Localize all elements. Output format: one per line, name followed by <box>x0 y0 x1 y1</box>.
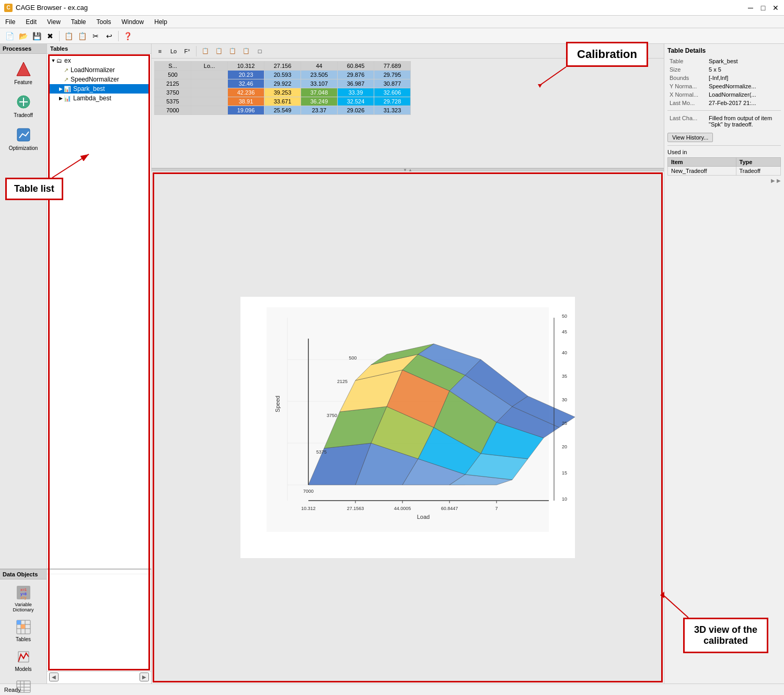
svg-text:Speed: Speed <box>274 396 281 412</box>
row-2125[interactable]: 2125 <box>155 79 191 88</box>
cut-button[interactable]: ✂ <box>89 30 102 42</box>
cell-500-2[interactable]: 20.593 <box>264 71 301 79</box>
menu-view[interactable]: View <box>45 17 63 27</box>
maximize-button[interactable]: □ <box>759 4 767 12</box>
cell-5375-2[interactable]: 33.671 <box>264 97 301 106</box>
normalizer-icon: ↗ <box>64 67 68 74</box>
cell-3750-1[interactable]: 42.236 <box>228 88 264 97</box>
tbl-btn-8[interactable]: □ <box>253 45 266 57</box>
cell-7000-4[interactable]: 29.026 <box>338 106 374 115</box>
undo-button[interactable]: ↩ <box>103 30 116 42</box>
svg-text:30: 30 <box>562 397 567 402</box>
tree-item-ex[interactable]: ▼ 🗂 ex <box>49 56 149 65</box>
tree-item-speednorm[interactable]: ↗ SpeedNormalizer <box>49 75 149 84</box>
cell-2125-5[interactable]: 30.877 <box>374 79 411 88</box>
cell-5375-1[interactable]: 38.91 <box>228 97 264 106</box>
expand-sparkbest[interactable]: ▶ <box>57 86 64 91</box>
svg-text:40: 40 <box>562 350 567 355</box>
svg-text:2125: 2125 <box>337 379 348 384</box>
detail-value-table: Spark_best <box>707 57 781 65</box>
row-5375[interactable]: 5375 <box>155 97 191 106</box>
cell-5375-5[interactable]: 29.728 <box>374 97 411 106</box>
tree-item-lambdabest[interactable]: ▶ 📊 Lambda_best <box>49 94 149 103</box>
row-7000-load <box>191 106 228 115</box>
row-3750[interactable]: 3750 <box>155 88 191 97</box>
expand-ex[interactable]: ▼ <box>50 58 56 63</box>
menu-file[interactable]: File <box>3 17 17 27</box>
menu-tools[interactable]: Tools <box>95 17 113 27</box>
splitter[interactable]: ▼ ▲ <box>152 168 664 171</box>
close-button[interactable]: ✕ <box>771 4 780 12</box>
row-500[interactable]: 500 <box>155 71 191 79</box>
paste-button[interactable]: 📋 <box>76 30 88 42</box>
tbl-btn-2[interactable]: Lo <box>167 45 180 57</box>
cell-500-5[interactable]: 29.795 <box>374 71 411 79</box>
detail-label-lastmod: Last Mo... <box>667 99 707 107</box>
cell-7000-3[interactable]: 23.37 <box>301 106 338 115</box>
new-button[interactable]: 📄 <box>3 30 16 42</box>
data-obj-tables[interactable]: Tables <box>3 617 44 644</box>
models-label: Models <box>15 666 31 672</box>
right-panel: Table Details Table Spark_best Size 5 x … <box>664 44 784 684</box>
cell-7000-1[interactable]: 19.096 <box>228 106 264 115</box>
tbl-btn-3[interactable]: F° <box>181 45 193 57</box>
view-history-button[interactable]: View History... <box>667 133 713 142</box>
bottom-panel: Data Objects x=1 y=8 z=y Variable Dictio… <box>0 569 152 684</box>
cell-5375-3[interactable]: 36.249 <box>301 97 338 106</box>
col-header-5: 77.689 <box>374 62 411 71</box>
tbl-btn-1[interactable]: ≡ <box>154 45 166 57</box>
cell-3750-3[interactable]: 37.048 <box>301 88 338 97</box>
data-obj-vardict[interactable]: x=1 y=8 z=y Variable Dictionary <box>3 582 44 615</box>
svg-text:20: 20 <box>562 444 567 449</box>
bottom-tree-hint <box>47 570 151 574</box>
sidebar-item-tradeoff[interactable]: Tradeoff <box>3 89 44 121</box>
tbl-btn-7[interactable]: 📋 <box>240 45 252 57</box>
tree-item-sparkbest[interactable]: ▶ 📊 Spark_best <box>49 84 149 94</box>
last-change-table: Last Cha... Filled from output of item "… <box>667 114 781 129</box>
tbl-btn-4[interactable]: 📋 <box>199 45 212 57</box>
cell-2125-2[interactable]: 29.922 <box>264 79 301 88</box>
col-header-1: 10.312 <box>228 62 264 71</box>
svg-text:3750: 3750 <box>327 413 337 418</box>
menu-edit[interactable]: Edit <box>24 17 39 27</box>
tbl-btn-5[interactable]: 📋 <box>213 45 225 57</box>
save-button[interactable]: 💾 <box>30 30 43 42</box>
cell-3750-2[interactable]: 39.253 <box>264 88 301 97</box>
sidebar-item-optimization[interactable]: Optimization <box>3 122 44 154</box>
data-obj-datasets[interactable]: Data Sets <box>3 676 44 695</box>
copy-button[interactable]: 📋 <box>62 30 75 42</box>
table-row: 500 20.23 20.593 23.505 29.876 29.795 <box>155 71 411 79</box>
bottom-scroll-left[interactable]: ◀ <box>49 673 59 681</box>
window-controls[interactable]: ─ □ ✕ <box>746 4 780 12</box>
help-button[interactable]: ❓ <box>121 30 134 42</box>
cell-2125-3[interactable]: 33.107 <box>301 79 338 88</box>
bottom-scroll-right[interactable]: ▶ <box>140 673 149 681</box>
feature-icon <box>14 60 33 78</box>
svg-text:10: 10 <box>562 496 567 502</box>
delete-button[interactable]: ✖ <box>44 30 56 42</box>
menu-window[interactable]: Window <box>120 17 146 27</box>
used-in-item-name[interactable]: New_Tradeoff <box>668 167 736 176</box>
cell-500-3[interactable]: 23.505 <box>301 71 338 79</box>
cell-500-1[interactable]: 20.23 <box>228 71 264 79</box>
menu-help[interactable]: Help <box>152 17 169 27</box>
optimization-icon <box>14 125 33 144</box>
expand-lambdabest[interactable]: ▶ <box>57 96 64 101</box>
tbl-btn-6[interactable]: 📋 <box>226 45 239 57</box>
table-row: 5375 38.91 33.671 36.249 32.524 29.728 <box>155 97 411 106</box>
cell-5375-4[interactable]: 32.524 <box>338 97 374 106</box>
tree-item-loadnorm[interactable]: ↗ LoadNormalizer <box>49 65 149 75</box>
minimize-button[interactable]: ─ <box>746 4 755 12</box>
cell-2125-1[interactable]: 32.46 <box>228 79 264 88</box>
cell-7000-5[interactable]: 31.323 <box>374 106 411 115</box>
menu-table[interactable]: Table <box>69 17 88 27</box>
data-obj-models[interactable]: Models <box>3 646 44 674</box>
cell-2125-4[interactable]: 36.987 <box>338 79 374 88</box>
open-button[interactable]: 📂 <box>17 30 29 42</box>
cell-7000-2[interactable]: 25.549 <box>264 106 301 115</box>
cell-500-4[interactable]: 29.876 <box>338 71 374 79</box>
sidebar-item-feature[interactable]: Feature <box>3 56 44 88</box>
cell-3750-5[interactable]: 32.606 <box>374 88 411 97</box>
row-7000[interactable]: 7000 <box>155 106 191 115</box>
cell-3750-4[interactable]: 33.39 <box>338 88 374 97</box>
